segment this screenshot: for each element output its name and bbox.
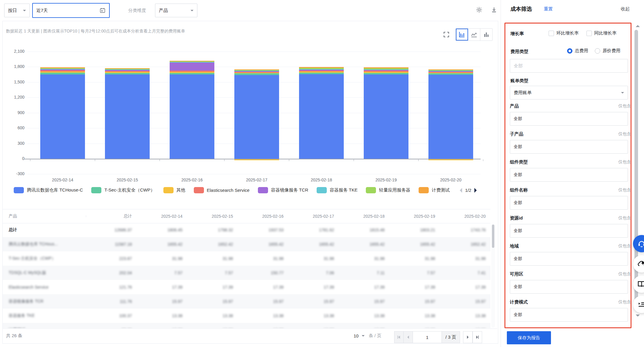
bar-segment[interactable] (299, 71, 344, 73)
legend-item[interactable]: 容器服务 TKE (317, 187, 357, 193)
bar-segment[interactable] (299, 69, 344, 70)
legend-item[interactable]: 轻量应用服务器 (366, 187, 410, 193)
bar-segment[interactable] (364, 71, 408, 71)
legend-item[interactable]: 腾讯云数据仓库 TCHouse-C (14, 187, 83, 193)
bar-segment[interactable] (428, 69, 473, 70)
filter-include-tag[interactable]: 仅包含 (618, 215, 633, 221)
bar-segment[interactable] (40, 74, 85, 159)
filter-include-tag[interactable]: 仅包含 (618, 299, 633, 305)
table-scrollbar-thumb[interactable] (492, 225, 494, 248)
bar-segment[interactable] (105, 71, 150, 72)
bar-segment[interactable] (299, 70, 344, 70)
filter-input[interactable]: 全部 (510, 280, 628, 294)
bar-segment[interactable] (40, 67, 85, 68)
total-fee-radio[interactable]: 总费用 (567, 48, 588, 54)
next-page-button[interactable] (463, 331, 473, 343)
bar-segment[interactable] (428, 73, 473, 73)
reset-link[interactable]: 重置 (544, 6, 553, 12)
filter-input[interactable]: 全部 (510, 308, 628, 322)
filter-input[interactable]: 全部 (510, 168, 628, 182)
bar-segment[interactable] (234, 69, 279, 70)
bar-segment[interactable] (428, 75, 473, 159)
original-fee-radio[interactable]: 原价费用 (595, 48, 620, 54)
bar-segment[interactable] (170, 63, 214, 71)
fee-filter-input[interactable]: 全部 (510, 59, 628, 73)
bar-segment[interactable] (299, 67, 344, 68)
filter-input[interactable]: 全部 (510, 224, 628, 238)
table-row[interactable]: 计费测试88.2012.6012.6012.6012.6012.6012.601… (3, 323, 490, 328)
collapse-link[interactable]: 收起 (621, 6, 630, 12)
bar-segment[interactable] (299, 73, 344, 74)
current-page-input[interactable]: 1 (413, 331, 442, 343)
mom-growth-checkbox[interactable]: 环比增长率 (549, 30, 579, 36)
table-column-header[interactable]: 2025-02-20 (440, 214, 491, 219)
bar-segment[interactable] (105, 74, 150, 159)
filter-include-tag[interactable]: 仅包含 (618, 243, 633, 249)
table-column-header[interactable]: 2025-02-18 (339, 214, 390, 219)
table-row[interactable]: Elasticsearch Service121.7617.3917.3917.… (3, 280, 490, 294)
table-column-header[interactable]: 2025-02-14 (137, 214, 188, 219)
bar-segment[interactable] (428, 71, 473, 71)
bar-segment[interactable] (234, 70, 279, 71)
filter-include-tag[interactable]: 仅包含 (618, 271, 633, 277)
bar-segment[interactable] (299, 68, 344, 69)
legend-item[interactable]: 其他 (163, 187, 185, 193)
table-row[interactable]: 容器镜像服务 TCR111.7615.9715.9715.9715.9715.9… (3, 294, 490, 309)
bar-segment[interactable] (105, 70, 150, 71)
filter-include-tag[interactable]: 仅包含 (618, 131, 633, 137)
table-row[interactable]: TDSQL-C MySQL版202.047.577.57150.777.067.… (3, 266, 490, 280)
bar-segment[interactable] (40, 69, 85, 69)
first-page-button[interactable] (394, 331, 404, 343)
last-page-button[interactable] (473, 331, 482, 343)
bar-segment[interactable] (428, 72, 473, 73)
bar-segment[interactable] (234, 72, 279, 73)
bar-segment[interactable] (40, 71, 85, 73)
bar-segment[interactable] (170, 71, 214, 71)
bar-segment[interactable] (170, 73, 214, 74)
filter-include-tag[interactable]: 仅包含 (618, 103, 633, 109)
bar-segment[interactable] (234, 71, 279, 72)
bar-segment[interactable] (364, 67, 408, 68)
bar-segment[interactable] (234, 73, 279, 75)
legend-item[interactable]: T-Sec-主机安全（CWP） (91, 187, 155, 193)
bill-type-select[interactable]: 费用账单 (510, 86, 628, 99)
table-column-header[interactable]: 2025-02-19 (389, 214, 440, 219)
bar-segment[interactable] (105, 72, 150, 73)
bar-segment[interactable] (170, 74, 214, 159)
bar-segment[interactable] (40, 68, 85, 69)
bar-segment[interactable] (170, 62, 214, 63)
bar-segment[interactable] (299, 74, 344, 159)
table-column-header[interactable]: 产品 (3, 214, 86, 219)
bar-segment[interactable] (364, 73, 408, 74)
legend-prev-icon[interactable] (460, 188, 462, 193)
bar-segment[interactable] (40, 73, 85, 74)
legend-item[interactable]: 容器镜像服务 TCR (258, 187, 308, 193)
bar-segment[interactable] (170, 61, 214, 62)
bar-segment[interactable] (234, 71, 279, 71)
filter-include-tag[interactable]: 仅包含 (618, 159, 633, 165)
table-column-header[interactable]: 2025-02-17 (288, 214, 339, 219)
scroll-down-arrow[interactable] (636, 315, 640, 317)
bar-segment[interactable] (170, 61, 214, 62)
filter-include-tag[interactable]: 仅包含 (618, 327, 633, 328)
bar-segment[interactable] (364, 68, 408, 69)
bar-segment[interactable] (299, 71, 344, 71)
bar-segment[interactable] (428, 71, 473, 72)
bar-segment[interactable] (234, 75, 279, 159)
scroll-up-arrow[interactable] (636, 25, 640, 27)
bar-segment[interactable] (364, 69, 408, 70)
bar-segment[interactable] (105, 69, 150, 69)
page-size-select[interactable]: 10 条 / 页 (354, 333, 381, 339)
table-row[interactable]: 总计12686.371806.451798.321937.531781.6218… (3, 223, 490, 237)
filter-input[interactable]: 全部 (510, 140, 628, 154)
filter-input[interactable]: 全部 (510, 252, 628, 266)
bar-segment[interactable] (364, 72, 408, 73)
filter-include-tag[interactable]: 仅包含 (618, 187, 633, 193)
bar-segment[interactable] (170, 72, 214, 73)
table-row[interactable]: 容器服务 TKE100.3713.3813.3813.3813.3813.381… (3, 309, 490, 323)
bar-segment[interactable] (40, 70, 85, 71)
prev-page-button[interactable] (403, 331, 413, 343)
bar-segment[interactable] (105, 69, 150, 70)
bar-segment[interactable] (428, 73, 473, 75)
bar-segment[interactable] (105, 73, 150, 74)
